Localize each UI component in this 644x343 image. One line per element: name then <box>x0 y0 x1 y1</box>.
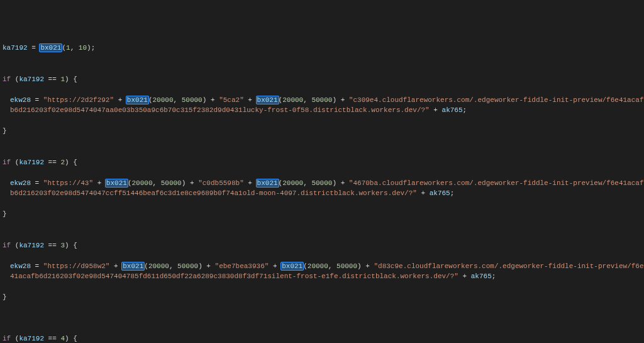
code-editor-viewport[interactable]: ka7192 = bx021(1, 10); if (ka7192 == 1) … <box>3 43 644 343</box>
block-close[interactable]: } <box>3 209 644 220</box>
assignment-line[interactable]: ekw28 = "https://2d2f292" + bx021(20000,… <box>3 95 644 116</box>
block-close[interactable]: } <box>3 292 644 303</box>
if-statement[interactable]: if (ka7192 == 4) { <box>3 334 644 343</box>
if-statement[interactable]: if (ka7192 == 1) { <box>3 74 644 85</box>
assignment-line[interactable]: ekw28 = "https://43" + bx021(20000, 5000… <box>3 178 644 199</box>
code-line[interactable]: ka7192 = bx021(1, 10); <box>3 43 644 53</box>
assignment-line[interactable]: ekw28 = "https://d958w2" + bx021(20000, … <box>3 261 644 282</box>
if-statement[interactable]: if (ka7192 == 2) { <box>3 157 644 168</box>
block-close[interactable]: } <box>3 126 644 137</box>
if-statement[interactable]: if (ka7192 == 3) { <box>3 240 644 251</box>
